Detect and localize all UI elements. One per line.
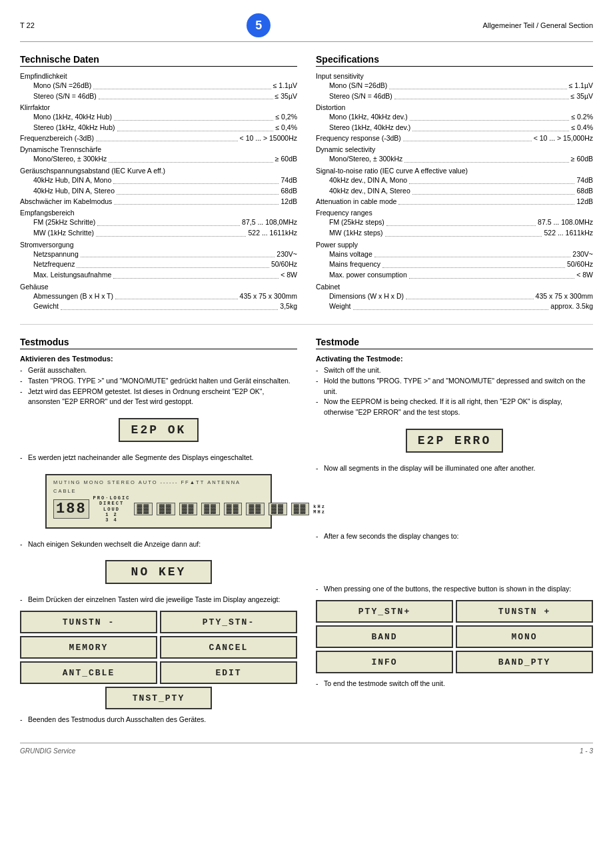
lcd-button-pty-stn-: PTY_STN+	[316, 600, 453, 623]
spec-label: Max. power consumption	[316, 270, 407, 280]
testmode-de-step1: Gerät ausschalten.	[20, 365, 297, 376]
spec-value: 522 ... 1611kHz	[248, 228, 297, 238]
spec-label: 40kHz dev., DIN A, Mono	[316, 175, 407, 185]
spec-label: Netzspannung	[20, 249, 79, 259]
specs-en-title: Specifications	[316, 54, 593, 67]
spec-label: MW (1kHz Schritte)	[20, 228, 94, 238]
lcd-button-info: INFO	[316, 651, 453, 673]
display-indicators: MUTING MONO STEREO AUTO ------ FF▲TT ANT…	[53, 479, 264, 494]
spec-label: Mains voltage	[316, 249, 372, 259]
spec-value: ≥ 60dB	[275, 154, 297, 164]
testmode-de-step5-list: Nach einigen Sekunden wechselt die Anzei…	[20, 539, 297, 550]
specs-section: Technische Daten EmpfindlichkeitMono (S/…	[20, 54, 593, 312]
spec-dots	[113, 183, 279, 184]
spec-row: Attenuation in cable mode12dB	[316, 197, 593, 207]
spec-dots	[409, 183, 574, 184]
section-label: Allgemeiner Teil / General Section	[483, 21, 594, 29]
display-e2p-err-container: E2P ERRO	[316, 423, 593, 458]
testmode-de-step6-list: Beim Drücken der einzelnen Tasten wird d…	[20, 595, 297, 605]
spec-value: < 10 ... > 15000Hz	[240, 133, 297, 143]
spec-label: Dimensions (W x H x D)	[316, 291, 404, 301]
spec-label: Abmessungen (B x H x T)	[20, 291, 113, 301]
logo-container: 5	[247, 13, 271, 37]
testmode-de-step3: Jetzt wird das EEPROM getestet. Ist dies…	[20, 387, 297, 408]
spec-label: MW (1kHz steps)	[316, 228, 383, 238]
footer-page: 1 - 3	[580, 747, 593, 755]
spec-dots	[353, 309, 549, 310]
testmode-de-step2: Tasten "PROG. TYPE >" und "MONO/MUTE" ge…	[20, 376, 297, 387]
spec-row: Abmessungen (B x H x T)435 x 75 x 300mm	[20, 291, 297, 301]
testmode-en-step2: Hold the buttons "PROG. TYPE >" and "MON…	[316, 376, 593, 397]
spec-group-header: Empfangsbereich	[20, 209, 297, 217]
display-nokey-container: NO KEY	[20, 555, 297, 589]
spec-value: < 8W	[576, 270, 593, 280]
spec-row: FM (25kHz steps)87.5 ... 108.0MHz	[316, 217, 593, 227]
spec-value: 230V~	[572, 249, 593, 259]
specs-de-column: Technische Daten EmpfindlichkeitMono (S/…	[20, 54, 297, 312]
spec-value: 50/60Hz	[567, 259, 593, 269]
spec-value: approx. 3.5kg	[550, 301, 593, 311]
testmode-en-activate-title: Activating the Testmode:	[316, 355, 593, 363]
spec-dots	[406, 299, 534, 299]
spec-value: < 8W	[281, 270, 297, 280]
spec-row: Max. Leistungsaufnahme< 8W	[20, 270, 297, 280]
spec-dots	[394, 99, 569, 99]
spec-label: Stereo (1kHz, 40kHz dev.)	[316, 123, 410, 133]
testmode-en-step4: Now all segments in the display will be …	[316, 463, 593, 474]
spec-label: Abschwächer im Kabelmodus	[20, 197, 112, 207]
spec-dots	[382, 267, 565, 268]
spec-label: Mono (S/N =26dB)	[316, 81, 387, 91]
spec-row: 40kHz Hub, DIN A, Mono74dB	[20, 175, 297, 185]
spec-label: FM (25kHz steps)	[316, 217, 384, 227]
spec-row: Mono (S/N =26dB)≤ 1.1µV	[316, 81, 593, 91]
spec-group-header: Stromversorgung	[20, 241, 297, 249]
spec-value: 230V~	[277, 249, 297, 259]
spec-dots	[77, 267, 269, 268]
spec-group-header: Gehäuse	[20, 283, 297, 291]
testmode-en-step5-list: After a few seconds the display changes …	[316, 531, 593, 542]
spec-group-header: Klirrfaktor	[20, 103, 297, 111]
spec-value: 435 x 75 x 300mm	[536, 291, 593, 301]
spec-group-header: Signal-to-noise ratio (IEC curve A effec…	[316, 167, 593, 175]
testmode-en-end-list: To end the testmode switch off the unit.	[316, 679, 593, 689]
testmode-en-step6-list: When pressing one of the buttons, the re…	[316, 584, 593, 595]
spec-label: Mono (1kHz, 40kHz Hub)	[20, 112, 112, 122]
lcd-button-band-pty: BAND_PTY	[456, 651, 593, 673]
spec-label: 40kHz dev., DIN A, Stereo	[316, 186, 410, 196]
specs-de-content: EmpfindlichkeitMono (S/N =26dB)≤ 1.1µVSt…	[20, 72, 297, 311]
spec-row: 40kHz Hub, DIN A, Stereo68dB	[20, 186, 297, 196]
spec-label: Mono (1kHz, 40kHz dev.)	[316, 112, 408, 122]
spec-value: 435 x 75 x 300mm	[240, 291, 297, 301]
spec-row: Stereo (S/N = 46dB)≤ 35µV	[20, 91, 297, 101]
testmode-de-step4-list: Es werden jetzt nacheinander alle Segmen…	[20, 453, 297, 463]
spec-label: Max. Leistungsaufnahme	[20, 270, 111, 280]
testmode-en-steps: Switch off the unit. Hold the buttons "P…	[316, 365, 593, 418]
spec-dots	[409, 278, 574, 279]
testmode-en-step6: When pressing one of the buttons, the re…	[316, 584, 593, 595]
footer-brand: GRUNDIG Service	[20, 747, 75, 755]
display-e2p-ok-container: E2P OK	[20, 413, 297, 447]
spec-row: Dimensions (W x H x D)435 x 75 x 300mm	[316, 291, 593, 301]
spec-label: Mono (S/N =26dB)	[20, 81, 91, 91]
spec-row: Stereo (1kHz, 40kHz dev.)≤ 0.4%	[316, 123, 593, 133]
display-nokey: NO KEY	[105, 560, 212, 584]
spec-label: Stereo (S/N = 46dB)	[20, 91, 97, 101]
spec-label: Stereo (1kHz, 40kHz Hub)	[20, 123, 115, 133]
spec-group-header: Input sensitivity	[316, 72, 593, 80]
specs-en-column: Specifications Input sensitivityMono (S/…	[316, 54, 593, 312]
spec-value: 68dB	[281, 186, 297, 196]
spec-dots	[117, 194, 279, 195]
full-display: MUTING MONO STEREO AUTO ------ FF▲TT ANT…	[45, 474, 272, 529]
spec-value: ≥ 60dB	[571, 154, 593, 164]
spec-dots	[389, 89, 566, 89]
lcd-button-tunstn--: TUNSTN +	[456, 600, 593, 623]
lcd-button-ant-cble: ANT_CBLE	[20, 661, 157, 684]
spec-dots	[97, 225, 240, 226]
button-grid: TUNSTN -PTY_STN-MEMORYCANCELANT_CBLEEDIT	[20, 611, 297, 684]
spec-row: 40kHz dev., DIN A, Stereo68dB	[316, 186, 593, 196]
spec-row: MW (1kHz Schritte)522 ... 1611kHz	[20, 228, 297, 238]
specs-de-title: Technische Daten	[20, 54, 297, 67]
spec-dots	[99, 99, 273, 99]
spec-label: Gewicht	[20, 301, 59, 311]
spec-row: Frequency response (-3dB)< 10 ... > 15,0…	[316, 133, 593, 143]
